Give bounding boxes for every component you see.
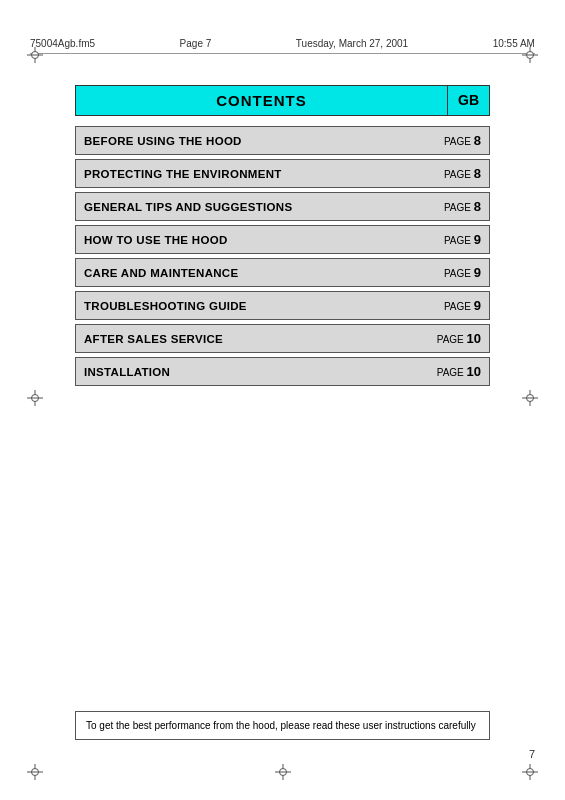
page-label: PAGE [437,334,467,345]
toc-row: INSTALLATIONPAGE 10 [75,357,490,386]
toc-row-title: HOW TO USE THE HOOD [76,228,429,252]
contents-title: CONTENTS [75,85,448,116]
contents-gb: GB [448,85,490,116]
toc-row: HOW TO USE THE HOODPAGE 9 [75,225,490,254]
page-label: PAGE [444,268,474,279]
toc-row-title: INSTALLATION [76,360,429,384]
toc-row-title: AFTER SALES SERVICE [76,327,429,351]
toc-row: PROTECTING THE ENVIRONMENTPAGE 8 [75,159,490,188]
page-num: 8 [474,133,481,148]
toc-row: AFTER SALES SERVICEPAGE 10 [75,324,490,353]
toc-row-title: PROTECTING THE ENVIRONMENT [76,162,429,186]
contents-header: CONTENTS GB [75,85,490,116]
content-area: CONTENTS GB BEFORE USING THE HOODPAGE 8P… [75,85,490,390]
toc-row-page: PAGE 9 [429,292,489,319]
crosshair-bottom-mid [275,764,291,780]
crosshair-bottom-right [522,764,538,780]
page-label: PAGE [444,202,474,213]
toc-row-title: CARE AND MAINTENANCE [76,261,429,285]
crosshair-mid-right [522,390,538,406]
toc-row-page: PAGE 10 [429,325,489,352]
page-num: 10 [467,331,481,346]
crosshair-bottom-left [27,764,43,780]
page-label: PAGE [444,169,474,180]
page-num: 10 [467,364,481,379]
toc-row: BEFORE USING THE HOODPAGE 8 [75,126,490,155]
toc-list: BEFORE USING THE HOODPAGE 8PROTECTING TH… [75,126,490,386]
header-bar: 75004Agb.fm5 Page 7 Tuesday, March 27, 2… [30,38,535,54]
bottom-note: To get the best performance from the hoo… [75,711,490,740]
toc-row-page: PAGE 9 [429,226,489,253]
page-label: PAGE [437,367,467,378]
toc-row-title: BEFORE USING THE HOOD [76,129,429,153]
header-page-info: Page 7 [180,38,212,49]
page-num: 9 [474,265,481,280]
toc-row-page: PAGE 9 [429,259,489,286]
page-container: 75004Agb.fm5 Page 7 Tuesday, March 27, 2… [0,0,565,800]
toc-row-title: GENERAL TIPS AND SUGGESTIONS [76,195,429,219]
crosshair-top-left [27,47,43,63]
toc-row-page: PAGE 8 [429,160,489,187]
crosshair-mid-left [27,390,43,406]
toc-row: CARE AND MAINTENANCEPAGE 9 [75,258,490,287]
toc-row-page: PAGE 8 [429,127,489,154]
page-num: 8 [474,199,481,214]
page-num: 9 [474,298,481,313]
header-date: Tuesday, March 27, 2001 [296,38,408,49]
toc-row: TROUBLESHOOTING GUIDEPAGE 9 [75,291,490,320]
page-num: 9 [474,232,481,247]
crosshair-top-right [522,47,538,63]
toc-row: GENERAL TIPS AND SUGGESTIONSPAGE 8 [75,192,490,221]
page-number: 7 [529,748,535,760]
page-label: PAGE [444,301,474,312]
toc-row-title: TROUBLESHOOTING GUIDE [76,294,429,318]
toc-row-page: PAGE 8 [429,193,489,220]
page-label: PAGE [444,136,474,147]
toc-row-page: PAGE 10 [429,358,489,385]
page-num: 8 [474,166,481,181]
page-label: PAGE [444,235,474,246]
